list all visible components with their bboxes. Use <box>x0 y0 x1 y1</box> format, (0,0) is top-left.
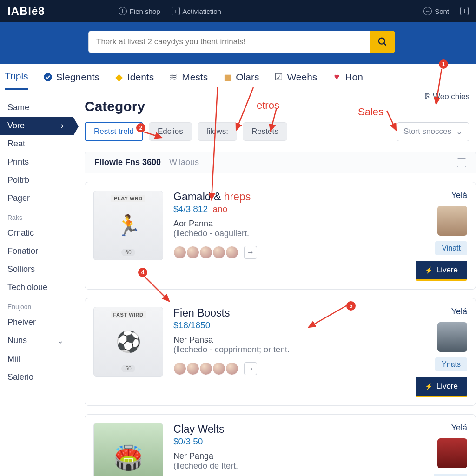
heart-icon: ♥ <box>332 73 341 82</box>
seller-avatar[interactable] <box>437 322 467 352</box>
sidebar-item[interactable]: Solliors <box>6 260 73 278</box>
sidebar-item[interactable]: Miil <box>6 350 73 368</box>
tab-triples[interactable]: Tripls <box>5 64 28 90</box>
sidebar-group-label: Raks <box>6 207 73 224</box>
player-icon: ⚽ <box>116 318 141 365</box>
sidebar-item[interactable]: Salerio <box>6 368 73 386</box>
tab-label: Mests <box>182 72 208 83</box>
card-meta1: Aor Panna <box>173 219 387 229</box>
card-thumbnail[interactable]: FAST WIRD ⚽ 50 <box>93 307 163 377</box>
sidebar-item-vore[interactable]: Vore › <box>0 117 73 135</box>
card-title[interactable]: Clay Welts <box>173 423 387 436</box>
sidebar-item[interactable]: Poltrb <box>6 171 73 189</box>
search-wrap <box>88 31 395 53</box>
avatar[interactable] <box>199 246 212 259</box>
sort-dropdown[interactable]: Stort snocces ⌄ <box>397 122 469 141</box>
avatar-more[interactable]: → <box>244 362 257 375</box>
card-title-a: Clay Welts <box>173 423 225 435</box>
avatar[interactable] <box>199 362 212 375</box>
tab-label: Idents <box>127 72 154 83</box>
avatar-row: → <box>173 362 387 375</box>
chip-restets[interactable]: Restets <box>243 122 287 141</box>
card-title[interactable]: Fien Boosts <box>173 307 387 319</box>
sidebar-item[interactable]: Pheiver <box>6 313 73 331</box>
nav-shop[interactable]: i Fien shop <box>119 7 160 15</box>
sidebar-item[interactable]: Reat <box>6 135 73 153</box>
chevron-right-icon: › <box>61 121 64 131</box>
card-thumbnail[interactable]: PLAY WRD 🏃 60 <box>93 191 163 260</box>
nav-sort[interactable]: ← Sont <box>423 7 449 15</box>
seller-avatar[interactable] <box>437 438 467 468</box>
badge-vinatt[interactable]: Vinatt <box>435 241 467 255</box>
search-button[interactable] <box>370 31 395 53</box>
top-bar: IABlé8 i Fien shop ↓ Activiatiction ← So… <box>0 0 476 22</box>
livere-button[interactable]: ⚡ Livere <box>416 261 467 281</box>
avatar[interactable] <box>186 246 199 259</box>
sort-label: Stort snocces <box>403 127 451 136</box>
sidebar-item[interactable]: Techioloue <box>6 278 73 297</box>
results-count: Fllowie Fns 3600 <box>94 158 161 167</box>
sidebar-item-same[interactable]: Same <box>6 99 73 117</box>
avatar[interactable] <box>225 246 238 259</box>
user-icon: ⤓ <box>460 7 469 15</box>
chip-edclios[interactable]: Edclios <box>149 122 192 141</box>
card-title[interactable]: Gamald & hreps <box>173 191 387 203</box>
sidebar-item[interactable]: Fonatior <box>6 242 73 260</box>
tab-hon[interactable]: ♥ Hon <box>332 64 363 90</box>
tab-weehs[interactable]: ☑ Weehs <box>274 64 317 90</box>
tab-label: Olars <box>236 72 259 83</box>
avatar-more[interactable]: → <box>244 246 257 259</box>
avatar[interactable] <box>212 362 225 375</box>
tab-idents[interactable]: ◆ Idents <box>114 64 154 90</box>
tab-label: Hon <box>345 72 363 83</box>
thumb-number: 60 <box>121 249 135 256</box>
tabs-row: Tripls Slegnents ◆ Idents ≋ Mests ◼ Olar… <box>0 64 476 90</box>
chart-icon: ≋ <box>169 73 178 82</box>
card-right: Yelá Vinats ⚡ Livere <box>397 423 467 476</box>
sidebar-group-label: Enujoon <box>6 297 73 313</box>
sidebar-item[interactable]: Prints <box>6 153 73 171</box>
livere-button[interactable]: ⚡ Livore <box>416 377 467 397</box>
weo-chies-link[interactable]: ⎘ Weo chies <box>425 92 469 101</box>
card-meta1: Ner Panga <box>173 451 387 461</box>
tab-mests[interactable]: ≋ Mests <box>169 64 208 90</box>
nav-activation-label: Activiatiction <box>183 7 221 15</box>
card-body: Clay Welts $0/3 50 Ner Panga (llechedo d… <box>173 423 387 476</box>
tab-label: Tripls <box>5 71 28 82</box>
card-price: $0/3 50 <box>173 436 387 447</box>
sidebar-item[interactable]: Omatic <box>6 224 73 242</box>
avatar[interactable] <box>186 362 199 375</box>
search-input[interactable] <box>88 31 370 53</box>
site-logo: IABlé8 <box>7 5 45 18</box>
nav-account[interactable]: ⤓ <box>460 7 469 15</box>
page-title: Category <box>85 99 476 114</box>
badge-vinatt[interactable]: Ynats <box>435 357 467 371</box>
card-title-a: Gamald & <box>173 191 224 203</box>
tab-segments[interactable]: Slegnents <box>43 64 99 90</box>
chevron-down-icon: ⌄ <box>57 336 64 346</box>
chevron-down-icon: ⌄ <box>456 127 463 137</box>
search-band <box>0 22 476 64</box>
bulb-icon: ◆ <box>114 73 124 82</box>
card-meta2: (llechedo de Itert. <box>173 461 387 471</box>
badge-yela: Yelá <box>451 191 467 200</box>
results-sub: Wilaous <box>169 158 199 167</box>
card-title-b: hreps <box>224 191 251 203</box>
seller-avatar[interactable] <box>437 206 467 236</box>
badge-vinatt[interactable]: Vinats <box>434 474 467 476</box>
avatar[interactable] <box>225 362 238 375</box>
card-thumbnail[interactable]: 🏟️ <box>93 423 163 476</box>
thumb-tag: PLAY WRD <box>111 195 145 202</box>
avatar[interactable] <box>212 246 225 259</box>
sidebar-item[interactable]: Pager <box>6 189 73 207</box>
thumb-tag: FAST WIRD <box>111 311 146 318</box>
nav-activation[interactable]: ↓ Activiatiction <box>172 7 221 15</box>
layout-toggle[interactable] <box>457 158 466 167</box>
chip-restst[interactable]: Restst treld <box>85 122 143 141</box>
sidebar-item-nuns[interactable]: Nuns ⌄ <box>6 331 73 350</box>
nav-sort-label: Sont <box>435 7 449 15</box>
tab-olars[interactable]: ◼ Olars <box>223 64 259 90</box>
avatar[interactable] <box>173 362 186 375</box>
chip-filows[interactable]: filows: <box>198 122 237 141</box>
avatar[interactable] <box>173 246 186 259</box>
